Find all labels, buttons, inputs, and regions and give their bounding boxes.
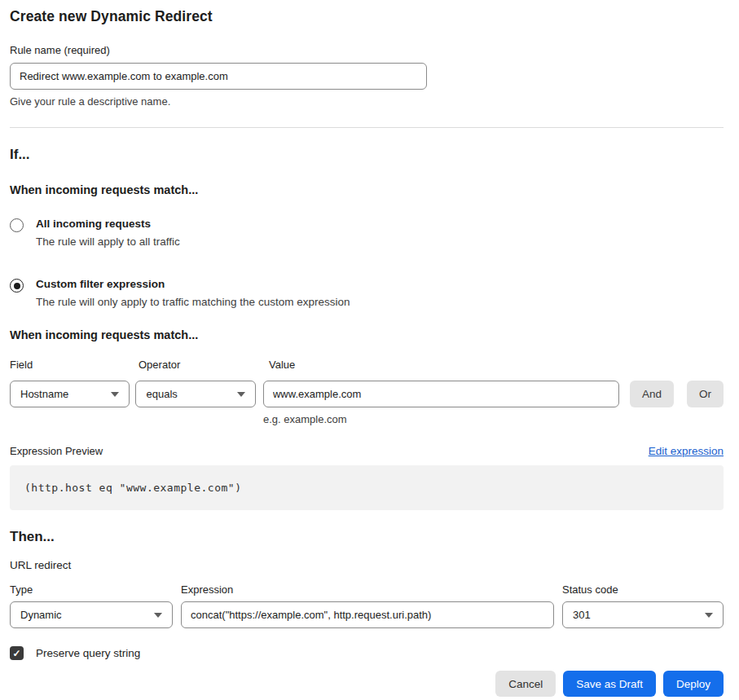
value-input[interactable] <box>263 381 619 407</box>
operator-select-value: equals <box>146 388 177 400</box>
chevron-down-icon <box>237 392 245 397</box>
match-type-radio-group: All incoming requests The rule will appl… <box>10 218 724 308</box>
expression-preview-label: Expression Preview <box>10 445 103 457</box>
checkbox-checked-icon[interactable]: ✓ <box>10 646 24 660</box>
url-redirect-label: URL redirect <box>10 559 724 571</box>
type-label: Type <box>10 583 181 596</box>
section-divider <box>10 127 724 128</box>
rule-name-label: Rule name (required) <box>10 44 724 56</box>
value-hint: e.g. example.com <box>263 413 619 425</box>
value-label: Value <box>269 359 295 371</box>
type-select[interactable]: Dynamic <box>10 601 173 628</box>
radio-all-description: The rule will apply to all traffic <box>36 236 180 248</box>
check-icon: ✓ <box>12 649 20 658</box>
chevron-down-icon <box>111 392 119 397</box>
status-code-select[interactable]: 301 <box>562 601 724 628</box>
status-code-select-value: 301 <box>573 609 591 621</box>
rule-name-help: Give your rule a descriptive name. <box>10 95 724 108</box>
field-select-value: Hostname <box>20 388 68 400</box>
field-select[interactable]: Hostname <box>10 381 130 407</box>
condition-builder-heading: When incoming requests match... <box>10 328 724 341</box>
field-label: Field <box>10 359 139 371</box>
expression-preview-code-block: (http.host eq "www.example.com") <box>10 465 724 510</box>
form-actions: Cancel Save as Draft Deploy <box>10 671 724 697</box>
expression-label: Expression <box>181 583 562 596</box>
operator-label: Operator <box>139 359 269 371</box>
radio-custom-label: Custom filter expression <box>36 278 350 290</box>
redirect-expression-input[interactable] <box>181 601 554 628</box>
deploy-button[interactable]: Deploy <box>663 671 724 697</box>
then-heading: Then... <box>10 529 724 545</box>
radio-button-selected-icon[interactable] <box>10 279 24 293</box>
expression-preview-header: Expression Preview Edit expression <box>10 445 724 457</box>
radio-all-label: All incoming requests <box>36 218 180 230</box>
create-redirect-form: Create new Dynamic Redirect Rule name (r… <box>0 0 739 697</box>
operator-select[interactable]: equals <box>135 381 255 407</box>
type-select-value: Dynamic <box>20 609 62 621</box>
save-as-draft-button[interactable]: Save as Draft <box>563 671 656 697</box>
if-heading: If... <box>10 147 724 163</box>
chevron-down-icon <box>705 613 713 618</box>
radio-custom-filter-expression[interactable]: Custom filter expression The rule will o… <box>10 278 724 308</box>
cancel-button[interactable]: Cancel <box>495 671 556 697</box>
chevron-down-icon <box>154 613 162 618</box>
expression-code: (http.host eq "www.example.com") <box>24 482 241 494</box>
page-title: Create new Dynamic Redirect <box>10 8 724 25</box>
edit-expression-link[interactable]: Edit expression <box>649 445 724 457</box>
radio-custom-description: The rule will only apply to traffic matc… <box>36 296 350 308</box>
radio-button-icon[interactable] <box>10 218 24 232</box>
radio-all-incoming-requests[interactable]: All incoming requests The rule will appl… <box>10 218 724 248</box>
rule-name-section: Rule name (required) Give your rule a de… <box>10 44 724 108</box>
rule-name-input[interactable] <box>10 63 427 90</box>
and-button[interactable]: And <box>630 381 674 407</box>
match-type-heading: When incoming requests match... <box>10 183 724 196</box>
status-code-label: Status code <box>562 583 618 596</box>
condition-builder: Field Operator Value Hostname equals e.g… <box>10 359 724 425</box>
or-button[interactable]: Or <box>687 381 724 407</box>
preserve-query-string-label: Preserve query string <box>36 647 140 659</box>
preserve-query-string-row[interactable]: ✓ Preserve query string <box>10 646 724 660</box>
